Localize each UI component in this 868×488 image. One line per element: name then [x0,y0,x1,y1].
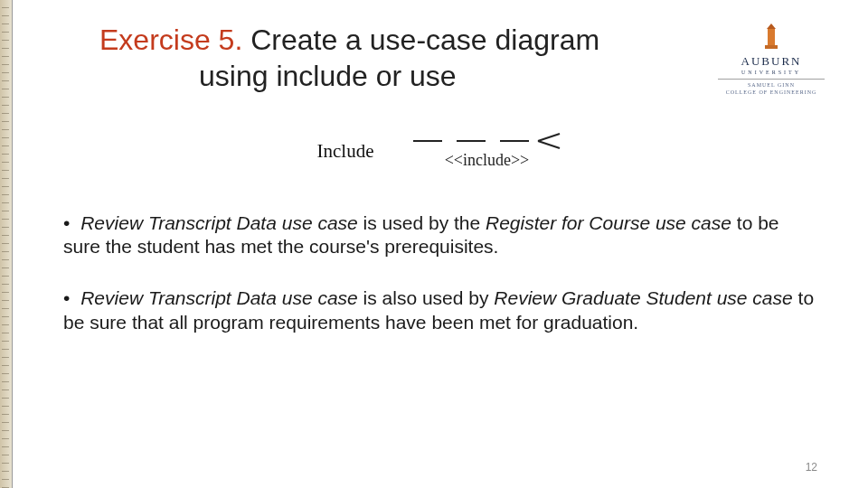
header-row: Exercise 5. Create a use-case diagram us… [56,22,825,97]
uml-label: Include [317,140,374,163]
svg-rect-0 [768,29,775,47]
auburn-logo: AUBURN UNIVERSITY SAMUEL GINN COLLEGE OF… [718,22,825,97]
title-rest-line1: Create a use-case diagram [242,23,599,56]
logo-name: AUBURN [718,54,825,69]
uml-stereotype: <<include>> [445,151,530,170]
page-number: 12 [806,461,817,474]
logo-subtitle: SAMUEL GINN COLLEGE OF ENGINEERING [718,79,825,97]
svg-line-7 [538,141,560,148]
svg-line-6 [538,134,560,141]
title-prefix: Exercise 5. [99,23,242,56]
bullet-1: • Review Transcript Data use case is use… [63,211,817,260]
svg-rect-2 [765,45,778,49]
svg-marker-1 [767,23,776,29]
uml-include-notation: Include <<include>> [250,127,630,175]
slide-title: Exercise 5. Create a use-case diagram us… [56,22,718,94]
title-line2: using include or use [99,58,709,94]
logo-university: UNIVERSITY [718,70,825,75]
bullet-2: • Review Transcript Data use case is als… [63,286,817,335]
tower-icon [762,23,780,49]
left-ruler-decoration [0,0,13,488]
body-text: • Review Transcript Data use case is use… [56,211,825,336]
dashed-arrow-icon [410,133,563,149]
slide-content: Exercise 5. Create a use-case diagram us… [13,0,868,488]
